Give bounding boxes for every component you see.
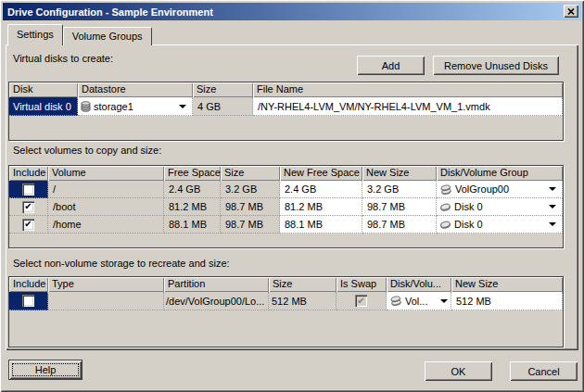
virtual-disks-table: Disk Datastore Size File Name Virtual di… bbox=[8, 82, 564, 141]
free-space-cell: 88.1 MB bbox=[164, 216, 221, 234]
col-include: Include bbox=[9, 166, 48, 181]
disk-icon bbox=[439, 202, 451, 212]
disk-volume-group-combo[interactable]: Disk 0 bbox=[437, 216, 563, 234]
free-space-cell: 2.4 GB bbox=[164, 181, 221, 198]
cancel-button[interactable]: Cancel bbox=[510, 361, 578, 381]
tab-settings-label: Settings bbox=[17, 29, 54, 40]
disk-icon bbox=[439, 220, 451, 230]
is-swap-checkbox: ✔ bbox=[355, 295, 367, 307]
size-cell: 4 GB bbox=[193, 97, 253, 116]
col-type: Type bbox=[48, 277, 164, 292]
col-new-free-space: New Free Space bbox=[280, 166, 362, 181]
tab-strip: Settings Volume Groups bbox=[7, 24, 152, 45]
table-row[interactable]: Virtual disk 0 storage1 4 GB /NY-RHEL4-L… bbox=[9, 97, 563, 116]
datastore-icon bbox=[81, 101, 91, 112]
col-include: Include bbox=[9, 277, 48, 292]
type-cell bbox=[48, 292, 164, 310]
non-volume-label: Select non-volume storage to recreate an… bbox=[13, 258, 230, 269]
help-button-label: Help bbox=[35, 364, 57, 375]
volume-group-icon bbox=[439, 183, 452, 196]
drive-configuration-dialog: Drive Configuration - Sample Environment… bbox=[0, 0, 584, 392]
new-size-field[interactable]: 512 MB bbox=[451, 292, 563, 310]
col-new-size: New Size bbox=[362, 166, 437, 181]
col-disk: Disk bbox=[9, 82, 78, 97]
add-button[interactable]: Add bbox=[357, 56, 425, 75]
table-row[interactable]: ✔ /boot 81.2 MB 98.7 MB 81.2 MB 98.7 MB bbox=[9, 198, 563, 216]
volume-cell: /boot bbox=[48, 198, 164, 216]
free-space-cell: 81.2 MB bbox=[164, 198, 221, 216]
col-disk-volu: Disk/Volu... bbox=[387, 277, 451, 292]
col-size: Size bbox=[193, 82, 253, 97]
col-free-space: Free Space bbox=[164, 166, 221, 181]
volume-cell: /home bbox=[48, 216, 164, 234]
include-checkbox[interactable]: ✔ bbox=[22, 219, 34, 231]
dropdown-arrow-icon[interactable] bbox=[549, 187, 556, 191]
include-checkbox[interactable]: ✔ bbox=[22, 201, 34, 213]
remove-unused-disks-button[interactable]: Remove Unused Disks bbox=[433, 56, 559, 75]
partition-cell: /dev/VolGroup00/Lo... bbox=[164, 292, 269, 310]
dropdown-arrow-icon[interactable] bbox=[179, 105, 186, 108]
col-size: Size bbox=[221, 166, 280, 181]
size-cell: 3.2 GB bbox=[221, 181, 280, 198]
col-disk-volume-group: Disk/Volume Group bbox=[437, 166, 563, 181]
tab-settings[interactable]: Settings bbox=[7, 24, 63, 45]
col-datastore: Datastore bbox=[78, 82, 193, 97]
tab-volume-groups-label: Volume Groups bbox=[72, 31, 143, 42]
dropdown-arrow-icon[interactable] bbox=[549, 205, 556, 209]
col-new-size: New Size bbox=[451, 277, 563, 292]
volumes-header: Include Volume Free Space Size New Free … bbox=[9, 166, 563, 181]
non-volume-table: Include Type Partition Size Is Swap Disk… bbox=[8, 276, 564, 348]
ok-button-label: OK bbox=[451, 366, 466, 377]
settings-tab-page: Virtual disks to create: Add Remove Unus… bbox=[6, 44, 578, 350]
new-free-space-field[interactable]: 2.4 GB bbox=[280, 181, 362, 198]
new-free-space-field[interactable]: 88.1 MB bbox=[280, 216, 362, 234]
dropdown-arrow-icon[interactable] bbox=[549, 222, 556, 226]
include-cell: ✔ bbox=[9, 181, 48, 198]
datastore-combo[interactable]: storage1 bbox=[78, 97, 193, 116]
include-cell: ✔ bbox=[9, 292, 48, 310]
new-size-field[interactable]: 98.7 MB bbox=[362, 198, 437, 216]
size-cell: 98.7 MB bbox=[221, 216, 280, 234]
new-size-field[interactable]: 3.2 GB bbox=[362, 181, 437, 198]
include-checkbox[interactable]: ✔ bbox=[22, 183, 34, 196]
disk-volume-group-combo[interactable]: VolGroup00 bbox=[437, 181, 563, 198]
is-swap-cell: ✔ bbox=[336, 292, 387, 310]
disk-volume-group-value: Disk 0 bbox=[454, 201, 483, 212]
disk-volume-group-combo[interactable]: Disk 0 bbox=[437, 198, 563, 216]
file-name-cell[interactable]: /NY-RHEL4-LVM_VM/NY-RHEL4-LVM_VM_1.vmdk bbox=[253, 97, 563, 116]
col-size: Size bbox=[269, 277, 336, 292]
disk-volume-value: Vol... bbox=[405, 296, 427, 307]
include-cell: ✔ bbox=[9, 198, 48, 216]
help-button[interactable]: Help bbox=[9, 360, 82, 379]
include-checkbox[interactable]: ✔ bbox=[22, 295, 34, 307]
remove-unused-disks-label: Remove Unused Disks bbox=[444, 60, 548, 71]
disk-volume-group-value: Disk 0 bbox=[454, 219, 483, 230]
col-volume: Volume bbox=[48, 166, 164, 181]
col-is-swap: Is Swap bbox=[336, 277, 387, 292]
ok-button[interactable]: OK bbox=[425, 361, 492, 381]
table-row[interactable]: ✔ /dev/VolGroup00/Lo... 512 MB ✔ bbox=[9, 292, 563, 310]
new-size-field[interactable]: 98.7 MB bbox=[362, 216, 437, 234]
volume-group-icon bbox=[389, 295, 402, 307]
new-free-space-field[interactable]: 81.2 MB bbox=[280, 198, 362, 216]
non-volume-header: Include Type Partition Size Is Swap Disk… bbox=[9, 277, 563, 292]
table-row[interactable]: ✔ / 2.4 GB 3.2 GB 2.4 GB 3.2 GB bbox=[9, 181, 563, 198]
volumes-table: Include Volume Free Space Size New Free … bbox=[8, 165, 564, 248]
disk-name-cell[interactable]: Virtual disk 0 bbox=[9, 97, 78, 116]
size-cell: 512 MB bbox=[269, 292, 336, 310]
col-file-name: File Name bbox=[253, 82, 563, 97]
datastore-value: storage1 bbox=[94, 101, 133, 112]
include-cell: ✔ bbox=[9, 216, 48, 234]
close-button[interactable] bbox=[564, 5, 578, 18]
col-partition: Partition bbox=[164, 277, 269, 292]
tab-volume-groups[interactable]: Volume Groups bbox=[63, 27, 152, 45]
cancel-button-label: Cancel bbox=[527, 366, 559, 377]
window-title: Drive Configuration - Sample Environment bbox=[7, 6, 213, 18]
add-button-label: Add bbox=[382, 60, 400, 71]
dropdown-arrow-icon[interactable] bbox=[440, 299, 448, 303]
table-row[interactable]: ✔ /home 88.1 MB 98.7 MB 88.1 MB 98.7 MB bbox=[9, 216, 563, 234]
virtual-disks-label: Virtual disks to create: bbox=[13, 53, 113, 64]
volumes-label: Select volumes to copy and size: bbox=[13, 145, 161, 156]
disk-volume-combo[interactable]: Vol... bbox=[387, 292, 451, 310]
titlebar[interactable]: Drive Configuration - Sample Environment bbox=[3, 3, 581, 20]
